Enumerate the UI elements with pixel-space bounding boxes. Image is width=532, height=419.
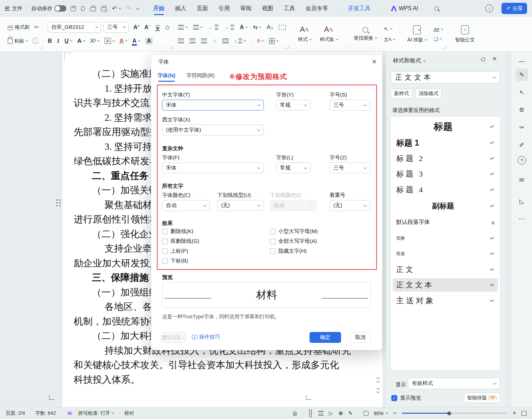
scroll-down-icon[interactable] [377,390,380,393]
contact-icon[interactable]: ✉ [516,174,528,186]
zoom-out-icon[interactable]: − [393,410,397,417]
more-icon[interactable]: ⋯ [516,212,528,225]
clear-format-button[interactable]: 清除格式 [415,89,442,99]
effect-double-strikethrough[interactable]: 双删除线(G) [162,238,199,245]
style-item-body-text[interactable]: 正文文本↵ [393,278,498,292]
word-count[interactable]: 字数: 642 [35,410,56,417]
sort-button[interactable]: A↓ [267,24,273,31]
copy-button[interactable] [32,39,36,44]
pin-icon[interactable] [481,57,486,62]
find-replace-button[interactable]: 查找替换 [350,19,380,49]
scroll-up-icon[interactable] [377,377,380,381]
clipboard-group-expand-icon[interactable] [40,46,42,48]
italic-button[interactable]: I [57,38,59,44]
borders-button[interactable] [269,38,278,44]
style-item-heading-2[interactable]: 标题 2↵ [393,153,498,164]
style-item-footer[interactable]: 页脚↵ [393,234,498,242]
cn-font-select[interactable]: 宋体 [162,100,264,111]
font-size-combo[interactable]: 三号 [104,22,129,33]
page-indicator[interactable]: 页面: 2/4 [6,410,25,417]
page-view-icon[interactable] [308,409,313,418]
font-style-select[interactable]: 常规 [276,100,311,111]
style-item-body[interactable]: 正文↵ [393,264,498,275]
help-icon[interactable]: ? [518,156,526,165]
autosave-toggle-group[interactable]: 自动保存 [31,5,66,12]
fit-page-icon[interactable] [364,411,368,416]
save-icon[interactable] [71,6,76,11]
align-left-button[interactable] [178,39,184,43]
complex-size-select[interactable]: 三号 [330,162,370,173]
style-item-heading[interactable]: 标题↵ [393,119,498,134]
tab-page[interactable]: 页面 [196,3,209,14]
fullscreen-icon[interactable] [521,411,526,416]
upload-cloud-icon[interactable]: ↑ [485,5,493,12]
effect-small-caps[interactable]: 小型大写字母(M) [270,228,318,235]
quickbar-more-chevron[interactable] [136,6,139,10]
annotate-icon[interactable]: ✐ [516,139,528,151]
western-font-select[interactable]: (使用中文字体) [162,125,264,135]
previous-page-icon[interactable] [377,381,380,384]
font-color-select[interactable]: 自动 [162,200,210,211]
tab-member[interactable]: 会员专享 [305,3,329,14]
play-view-icon[interactable]: ▷ [329,410,333,417]
complex-font-select[interactable]: 宋体 [162,162,264,173]
panel-title[interactable]: 样式和格式 [393,57,425,65]
cut-button[interactable]: ✂ [34,24,39,31]
properties-icon[interactable]: ⚙ [516,104,528,116]
tab-view[interactable]: 视图 [261,3,274,14]
style-item-header[interactable]: 页眉↵ [393,250,498,258]
ink-pen-icon[interactable]: ✎ [348,410,353,417]
distribute-button[interactable] [222,39,228,43]
style-item-recipient[interactable]: 主送对象↵ [393,295,498,307]
undo-button[interactable]: ↶ [112,5,121,12]
paragraph-group-expand-icon[interactable] [286,46,288,48]
spellcheck-control[interactable]: 拼写检查: 打开 [78,410,114,417]
character-scale-button[interactable]: A [240,24,247,31]
zoom-slider[interactable] [402,413,507,414]
proofread-button[interactable]: 校对 [124,410,134,417]
redo-button[interactable]: ↷ [126,5,131,12]
search-icon[interactable] [434,6,439,11]
font-name-combo[interactable]: 仿宋_GB2312 [48,22,101,33]
font-size-select[interactable]: 三号 [330,100,370,111]
paste-button[interactable]: 粘贴 [8,38,28,44]
underline-style-select[interactable]: (无) [217,200,264,211]
dialog-tab-spacing[interactable]: 字符间距(R) [186,72,215,79]
ai-group-expand-icon[interactable] [444,46,446,48]
style-item-subtitle[interactable]: 副标题↵ [393,200,498,212]
select-tool-button[interactable]: ↖ [384,26,395,32]
zoom-slider-thumb[interactable] [447,411,451,415]
translate-button[interactable]: 文A [384,36,395,43]
cancel-button[interactable]: 取消 [350,332,371,343]
share-button[interactable]: ↗ 分享 [501,3,527,14]
show-filter-select[interactable]: 有效样式 [408,378,500,389]
default-button[interactable]: 默认(D)... [161,332,186,343]
effect-all-caps[interactable]: 全部大写字母(A) [270,238,317,245]
shading-color-button[interactable]: ◊ [257,38,264,44]
decrease-font-icon[interactable]: A− [144,24,151,31]
tab-reference[interactable]: 引用 [218,3,231,14]
current-style-combo[interactable]: 正文文本 [391,71,500,84]
style-item-heading-3[interactable]: 标题 3↵ [393,168,498,180]
character-border-button[interactable]: A [105,38,114,44]
strikethrough-button[interactable]: A [78,38,85,44]
bullet-list-button[interactable] [178,25,187,29]
style-item-heading-1[interactable]: 标题 1↵ [393,137,498,149]
styles-brush-icon[interactable]: ✑ [516,121,528,134]
underline-button[interactable]: U [65,38,72,44]
pinyin-guide-button[interactable]: wén文 [155,24,160,31]
effect-strikethrough[interactable]: 删除线(K) [162,228,193,235]
clear-format-icon[interactable]: ◇ [164,24,170,31]
next-page-icon[interactable] [377,386,380,390]
format-painter-button[interactable]: 格式刷 [8,24,29,31]
smart-doc-button[interactable]: ☆ 智能公文 [452,25,478,43]
text-direction-button[interactable]: ⇆ [253,24,261,31]
font-group-expand-icon[interactable] [170,46,172,48]
zoom-in-icon[interactable]: + [512,410,516,417]
select-cursor-icon[interactable]: ↖ [516,86,528,99]
tips-link[interactable]: ▸操作技巧 [192,334,220,340]
effect-subscript[interactable]: 下标(B) [162,258,188,264]
align-right-button[interactable] [201,39,207,43]
increase-indent-button[interactable]: → [224,25,234,30]
ai-layout-button[interactable]: ✦ AI 排版 [404,19,430,49]
